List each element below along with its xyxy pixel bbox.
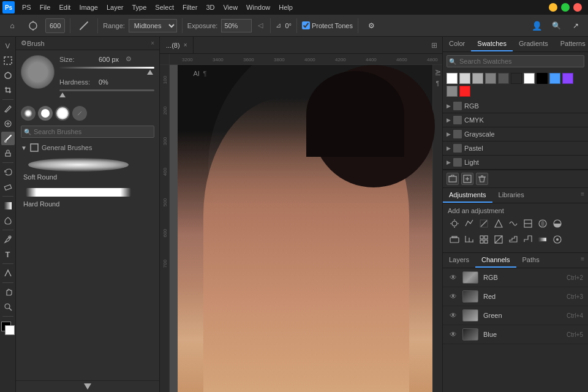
- channel-green-row[interactable]: 👁 Green Ctrl+4: [443, 306, 588, 325]
- swatch-red[interactable]: [459, 86, 470, 97]
- crop-tool[interactable]: [1, 83, 15, 97]
- search-icon[interactable]: 🔍: [548, 17, 565, 34]
- adj-threshold-icon[interactable]: [521, 233, 535, 246]
- menu-file[interactable]: File: [36, 2, 55, 12]
- adj-bw-icon[interactable]: [551, 217, 564, 230]
- swatches-search-input[interactable]: [447, 55, 584, 67]
- brush-icon[interactable]: [75, 17, 92, 34]
- swatch-group-light-header[interactable]: ▶ Light: [443, 156, 588, 169]
- menu-window[interactable]: Window: [243, 2, 274, 12]
- stamp-tool[interactable]: [1, 146, 15, 160]
- adj-hsl-icon[interactable]: [521, 217, 535, 230]
- menu-edit[interactable]: Edit: [55, 2, 74, 12]
- brush-panel-collapse[interactable]: ×: [151, 40, 154, 47]
- swatch-gray2[interactable]: [447, 86, 458, 97]
- brush-angle-icon[interactable]: ⟋: [72, 106, 87, 121]
- swatch-group-rgb-header[interactable]: ▶ RGB: [443, 99, 588, 113]
- brush-round-soft-icon[interactable]: [21, 106, 36, 121]
- canvas-tab[interactable]: ...(8) ×: [160, 37, 194, 53]
- tab-paths[interactable]: Paths: [516, 253, 546, 268]
- channel-red-eye[interactable]: 👁: [448, 291, 459, 302]
- swatch-w2[interactable]: [524, 73, 535, 84]
- channels-collapse[interactable]: ≡: [577, 253, 588, 268]
- adj-levels-icon[interactable]: [462, 217, 476, 230]
- menu-layer[interactable]: Layer: [103, 2, 127, 12]
- tab-patterns[interactable]: Patterns: [554, 37, 588, 51]
- brush-hard-round[interactable]: Hard Round: [16, 183, 159, 210]
- type-tool[interactable]: T: [1, 247, 15, 261]
- channel-red-row[interactable]: 👁 Red Ctrl+3: [443, 287, 588, 306]
- menu-ps[interactable]: PS: [18, 2, 35, 12]
- swatch-add-btn[interactable]: [461, 173, 473, 185]
- panel-icon-1[interactable]: AI: [434, 70, 441, 75]
- channel-rgb-row[interactable]: 👁 RGB Ctrl+2: [443, 268, 588, 287]
- channel-blue-row[interactable]: 👁 Blue Ctrl+5: [443, 325, 588, 344]
- size-options-icon[interactable]: ⚙: [126, 55, 132, 63]
- close-button[interactable]: [573, 3, 582, 12]
- swatch-delete-btn[interactable]: [476, 173, 488, 185]
- history-brush[interactable]: [1, 165, 15, 179]
- search-brushes-input[interactable]: [21, 126, 154, 138]
- swatch-group-cmyk-header[interactable]: ▶ CMYK: [443, 113, 588, 127]
- adj-exposure-icon[interactable]: [492, 217, 505, 230]
- swatch-new-folder-btn[interactable]: [447, 173, 459, 185]
- swatch-g[interactable]: [485, 73, 496, 84]
- swatch-dg[interactable]: [498, 73, 509, 84]
- user-icon[interactable]: 👤: [528, 17, 545, 34]
- brush-preview-circle[interactable]: [21, 55, 55, 89]
- tab-adjustments[interactable]: Adjustments: [443, 188, 492, 203]
- adj-colorbal-icon[interactable]: [536, 217, 549, 230]
- swatch-white[interactable]: [447, 73, 458, 84]
- share-icon[interactable]: ↗: [567, 17, 584, 34]
- menu-select[interactable]: Select: [151, 2, 178, 12]
- adj-selective-icon[interactable]: [551, 233, 564, 246]
- home-icon[interactable]: ⌂: [4, 17, 21, 34]
- channel-rgb-eye[interactable]: 👁: [448, 272, 459, 283]
- brush-panel-resize[interactable]: [84, 383, 91, 390]
- adj-gradient-map-icon[interactable]: [536, 233, 549, 246]
- brush-round-icon[interactable]: [38, 106, 53, 121]
- foreground-color[interactable]: [1, 322, 15, 335]
- swatch-lg[interactable]: [459, 73, 470, 84]
- brush-soft-round[interactable]: Soft Round: [16, 155, 159, 183]
- protect-tones-check[interactable]: Protect Tones: [302, 21, 353, 29]
- eraser-tool[interactable]: [1, 180, 15, 194]
- canvas-tab-close[interactable]: ×: [184, 42, 187, 48]
- tab-channels[interactable]: Channels: [475, 253, 516, 268]
- zoom-tool[interactable]: [1, 300, 15, 314]
- gradient-tool[interactable]: [1, 199, 15, 213]
- swatch-black[interactable]: [511, 73, 522, 84]
- panel-icon-2[interactable]: ¶: [436, 80, 439, 87]
- eyedropper-tool[interactable]: [1, 102, 15, 116]
- menu-image[interactable]: Image: [75, 2, 102, 12]
- menu-filter[interactable]: Filter: [179, 2, 201, 12]
- swatch-b2[interactable]: [537, 73, 548, 84]
- menu-type[interactable]: Type: [129, 2, 151, 12]
- path-select[interactable]: [1, 266, 15, 280]
- settings-icon[interactable]: ⚙: [363, 17, 380, 34]
- range-select[interactable]: MidtonesShadowsHighlights: [129, 19, 177, 32]
- pen-tool[interactable]: [1, 233, 15, 246]
- swatch-group-gray-header[interactable]: ▶ Grayscale: [443, 127, 588, 141]
- swatch-blue[interactable]: [549, 73, 560, 84]
- adj-collapse[interactable]: ≡: [577, 188, 588, 203]
- adj-colorlookup-icon[interactable]: [477, 233, 491, 246]
- adj-invert-icon[interactable]: [492, 233, 505, 246]
- exposure-input[interactable]: [221, 19, 252, 32]
- tab-swatches[interactable]: Swatches: [471, 37, 513, 51]
- blur-tool[interactable]: [1, 214, 15, 227]
- hand-tool[interactable]: [1, 285, 15, 299]
- minimize-button[interactable]: [549, 3, 557, 12]
- swatch-group-pastel-header[interactable]: ▶ Pastel: [443, 141, 588, 155]
- menu-3d[interactable]: 3D: [202, 2, 218, 12]
- tab-color[interactable]: Color: [443, 37, 471, 51]
- swatch-purple[interactable]: [562, 73, 573, 84]
- canvas-viewport[interactable]: 100 200 300 400 500 600 700: [160, 65, 442, 392]
- brush-mode-btn[interactable]: [24, 17, 42, 34]
- move-tool[interactable]: V: [1, 39, 15, 53]
- brush-large-round-icon[interactable]: [55, 106, 70, 121]
- channel-green-eye[interactable]: 👁: [448, 310, 459, 321]
- adj-posterize-icon[interactable]: [507, 233, 520, 246]
- adj-curves-icon[interactable]: [477, 217, 491, 230]
- maximize-button[interactable]: [561, 3, 570, 12]
